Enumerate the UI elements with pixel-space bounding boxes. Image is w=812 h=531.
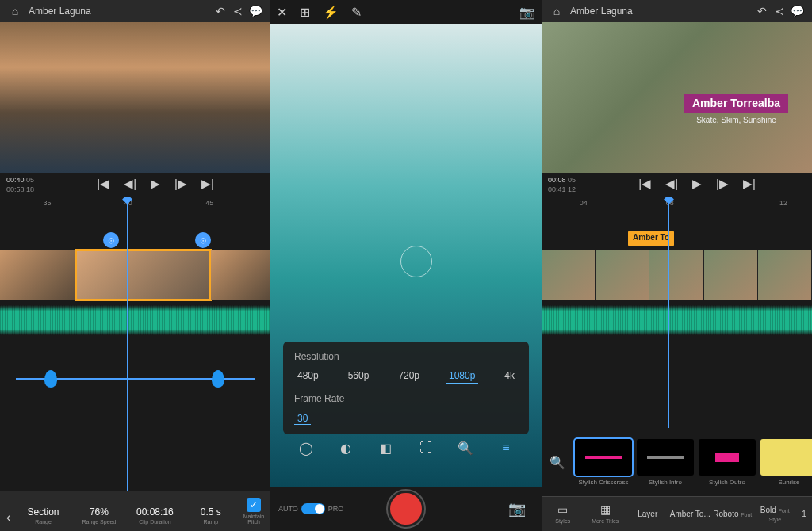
style-preset[interactable]: Sunrise bbox=[760, 439, 812, 486]
playhead[interactable] bbox=[668, 197, 669, 428]
whitebalance-icon[interactable]: ◧ bbox=[377, 441, 396, 460]
camera-pane: ✕ ⊞ ⚡ ✎ 📷 Resolution 480p 560p 720p 1080… bbox=[270, 0, 542, 531]
resolution-option[interactable]: 560p bbox=[345, 369, 373, 384]
exposure-icon[interactable]: ◐ bbox=[336, 441, 355, 460]
camera-bottom-bar: AUTO PRO 📷 bbox=[270, 487, 542, 531]
settings-icon[interactable]: ≡ bbox=[496, 441, 515, 460]
duration-control[interactable]: 00:08:16 Clip Duration bbox=[128, 506, 181, 525]
ramp-slider-track bbox=[16, 378, 255, 380]
video-clip[interactable] bbox=[0, 250, 75, 300]
skip-end-icon[interactable]: ▶| bbox=[201, 177, 214, 191]
maintain-pitch-control[interactable]: ✓ Maintain Pitch bbox=[240, 498, 267, 525]
frame-back-icon[interactable]: ◀| bbox=[124, 177, 136, 191]
text-field[interactable]: Amber To... bbox=[669, 510, 712, 518]
ramp-control[interactable]: 0.5 s Ramp bbox=[185, 506, 237, 525]
clip-strip bbox=[542, 250, 812, 300]
comment-icon[interactable]: 💬 bbox=[788, 5, 806, 17]
title-clip[interactable]: Amber To bbox=[628, 231, 674, 246]
speed-control[interactable]: 76% Range Speed bbox=[73, 506, 125, 525]
video-clip[interactable] bbox=[758, 250, 812, 300]
video-clip-selected[interactable] bbox=[75, 250, 211, 300]
focus-icon[interactable]: ⛶ bbox=[416, 441, 435, 460]
timeline[interactable]: 04 08 12 Amber To bbox=[542, 197, 812, 428]
styles-tab[interactable]: ▭ Styles bbox=[542, 503, 584, 525]
close-icon[interactable]: ✕ bbox=[277, 5, 287, 20]
frame-fwd-icon[interactable]: |▶ bbox=[716, 177, 729, 191]
frame-fwd-icon[interactable]: |▶ bbox=[174, 177, 187, 191]
capture-settings-card: Resolution 480p 560p 720p 1080p 4k Frame… bbox=[283, 342, 529, 434]
video-clip[interactable] bbox=[211, 250, 270, 300]
timeline[interactable]: 35 40 45 ⊙ ⊙ bbox=[0, 197, 270, 491]
style-preset[interactable]: Stylish Crisscross bbox=[575, 439, 632, 486]
style-preset[interactable]: Stylish Intro bbox=[637, 439, 694, 486]
video-clip[interactable] bbox=[649, 250, 703, 300]
share-icon[interactable]: ≺ bbox=[229, 5, 247, 17]
speed-anchor[interactable]: ⊙ bbox=[103, 232, 119, 248]
title-overlay[interactable]: Amber Torrealba Skate, Skim, Sunshine bbox=[684, 94, 788, 124]
camera-icon[interactable]: 📷 bbox=[519, 5, 535, 20]
flash-icon[interactable]: ⚡ bbox=[323, 5, 339, 20]
camera-header: ✕ ⊞ ⚡ ✎ 📷 bbox=[270, 0, 542, 24]
video-preview[interactable]: Amber Torrealba Skate, Skim, Sunshine bbox=[542, 22, 812, 173]
zoom-icon[interactable]: 🔍 bbox=[456, 441, 475, 460]
eyedropper-icon[interactable]: ✎ bbox=[351, 5, 362, 20]
comment-icon[interactable]: 💬 bbox=[247, 5, 264, 17]
switch-camera-icon[interactable]: 📷 bbox=[508, 500, 526, 518]
play-icon[interactable]: ▶ bbox=[692, 177, 702, 191]
home-icon[interactable]: ⌂ bbox=[548, 5, 565, 17]
video-clip[interactable] bbox=[596, 250, 649, 300]
framerate-label: Frame Rate bbox=[294, 393, 518, 404]
camera-viewfinder[interactable]: Resolution 480p 560p 720p 1080p 4k Frame… bbox=[270, 24, 542, 487]
project-title: Amber Laguna bbox=[29, 6, 212, 17]
audio-waveform[interactable] bbox=[0, 305, 270, 335]
skip-end-icon[interactable]: ▶| bbox=[743, 177, 756, 191]
more-titles-tab[interactable]: ▦ More Titles bbox=[584, 503, 627, 525]
ramp-handle-right[interactable] bbox=[212, 370, 224, 388]
search-icon[interactable]: 🔍 bbox=[545, 455, 570, 470]
share-icon[interactable]: ≺ bbox=[771, 5, 788, 17]
title-edit-bar: ▭ Styles ▦ More Titles Layer Amber To...… bbox=[542, 496, 812, 531]
playhead[interactable] bbox=[127, 197, 128, 491]
toggle-switch-icon[interactable] bbox=[301, 503, 325, 514]
undo-icon[interactable]: ↶ bbox=[753, 5, 771, 17]
record-button[interactable] bbox=[388, 491, 424, 527]
speed-editor-pane: ⌂ Amber Laguna ↶ ≺ 💬 00:40 05 00:58 18 |… bbox=[0, 0, 270, 531]
skip-start-icon[interactable]: |◀ bbox=[97, 177, 109, 191]
resolution-option-selected[interactable]: 1080p bbox=[446, 369, 478, 384]
font-control[interactable]: Roboto Font bbox=[711, 510, 754, 518]
layer-control[interactable]: Layer bbox=[626, 510, 669, 518]
video-clip[interactable] bbox=[704, 250, 758, 300]
styles-icon: ▭ bbox=[542, 503, 584, 516]
title-text: Amber Torrealba bbox=[684, 94, 788, 113]
grid-icon[interactable]: ⊞ bbox=[300, 5, 310, 20]
resolution-option[interactable]: 4k bbox=[501, 369, 518, 384]
camera-tool-row: ◯ ◐ ◧ ⛶ 🔍 ≡ bbox=[270, 441, 542, 460]
back-icon[interactable]: ‹ bbox=[3, 510, 13, 525]
undo-icon[interactable]: ↶ bbox=[212, 5, 229, 17]
resolution-option[interactable]: 720p bbox=[395, 369, 423, 384]
focus-ring-icon[interactable] bbox=[400, 246, 432, 277]
aperture-icon[interactable]: ◯ bbox=[297, 441, 316, 460]
video-clip[interactable] bbox=[542, 250, 596, 300]
resolution-label: Resolution bbox=[294, 351, 518, 362]
font-weight-control[interactable]: Bold Font Style bbox=[754, 506, 797, 523]
check-icon[interactable]: ✓ bbox=[247, 498, 261, 512]
skip-start-icon[interactable]: |◀ bbox=[638, 177, 651, 191]
audio-waveform[interactable] bbox=[542, 305, 812, 335]
resolution-option[interactable]: 480p bbox=[294, 369, 322, 384]
frame-back-icon[interactable]: ◀| bbox=[665, 177, 678, 191]
speed-anchor[interactable]: ⊙ bbox=[195, 232, 211, 248]
ramp-handle-left[interactable] bbox=[44, 370, 57, 388]
mode-toggle[interactable]: AUTO PRO bbox=[278, 503, 343, 514]
video-preview[interactable] bbox=[0, 22, 270, 173]
framerate-value[interactable]: 30 bbox=[294, 413, 311, 425]
play-icon[interactable]: ▶ bbox=[151, 177, 160, 191]
home-icon[interactable]: ⌂ bbox=[6, 5, 24, 17]
title-styles-strip: 🔍 Stylish Crisscross Stylish Intro Styli… bbox=[542, 428, 812, 496]
speed-controls-bar: ‹ Section Range 76% Range Speed 00:08:16… bbox=[0, 491, 270, 531]
style-preset[interactable]: Stylish Outro bbox=[699, 439, 756, 486]
font-size-control[interactable]: 1 bbox=[796, 510, 812, 518]
header: ⌂ Amber Laguna ↶ ≺ 💬 bbox=[0, 0, 270, 22]
section-control[interactable]: Section Range bbox=[17, 506, 69, 525]
time-ruler: 04 08 12 bbox=[542, 197, 812, 212]
